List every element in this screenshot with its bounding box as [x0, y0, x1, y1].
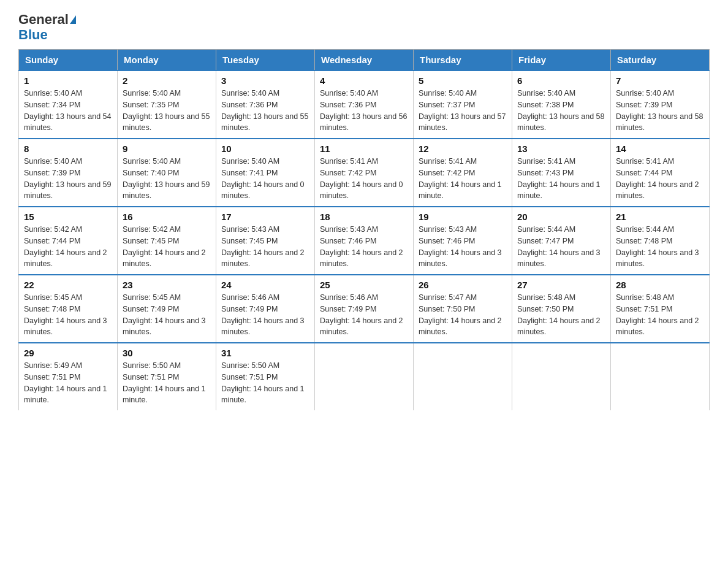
empty-cell — [414, 343, 512, 410]
weekday-header-sunday: Sunday — [19, 50, 118, 71]
weekday-header-wednesday: Wednesday — [315, 50, 414, 71]
week-row-1: 1 Sunrise: 5:40 AMSunset: 7:34 PMDayligh… — [19, 71, 710, 139]
logo-triangle-icon — [70, 15, 76, 24]
day-info: Sunrise: 5:46 AMSunset: 7:49 PMDaylight:… — [320, 293, 403, 336]
day-info: Sunrise: 5:46 AMSunset: 7:49 PMDaylight:… — [221, 293, 305, 336]
empty-cell — [611, 343, 710, 410]
day-info: Sunrise: 5:41 AMSunset: 7:42 PMDaylight:… — [419, 157, 502, 200]
day-number: 29 — [24, 348, 112, 358]
empty-cell — [315, 343, 414, 410]
day-info: Sunrise: 5:40 AMSunset: 7:35 PMDaylight:… — [123, 89, 210, 132]
day-cell-29: 29 Sunrise: 5:49 AMSunset: 7:51 PMDaylig… — [19, 343, 118, 410]
logo: General Blue — [18, 12, 76, 43]
day-number: 17 — [221, 212, 309, 222]
day-cell-6: 6 Sunrise: 5:40 AMSunset: 7:38 PMDayligh… — [512, 71, 611, 139]
day-info: Sunrise: 5:43 AMSunset: 7:46 PMDaylight:… — [419, 225, 502, 268]
day-cell-24: 24 Sunrise: 5:46 AMSunset: 7:49 PMDaylig… — [216, 275, 315, 343]
day-number: 16 — [123, 212, 211, 222]
weekday-header-row: SundayMondayTuesdayWednesdayThursdayFrid… — [19, 50, 710, 71]
week-row-2: 8 Sunrise: 5:40 AMSunset: 7:39 PMDayligh… — [19, 139, 710, 207]
day-number: 7 — [616, 75, 704, 86]
weekday-header-saturday: Saturday — [611, 50, 710, 71]
day-number: 11 — [320, 144, 408, 154]
day-cell-9: 9 Sunrise: 5:40 AMSunset: 7:40 PMDayligh… — [118, 139, 216, 207]
day-cell-19: 19 Sunrise: 5:43 AMSunset: 7:46 PMDaylig… — [414, 207, 512, 275]
day-cell-16: 16 Sunrise: 5:42 AMSunset: 7:45 PMDaylig… — [118, 207, 216, 275]
day-number: 12 — [419, 144, 507, 154]
day-info: Sunrise: 5:40 AMSunset: 7:34 PMDaylight:… — [24, 89, 111, 132]
day-number: 9 — [123, 144, 211, 154]
day-info: Sunrise: 5:40 AMSunset: 7:39 PMDaylight:… — [24, 157, 111, 200]
day-cell-1: 1 Sunrise: 5:40 AMSunset: 7:34 PMDayligh… — [19, 71, 118, 139]
day-number: 14 — [616, 144, 704, 154]
day-info: Sunrise: 5:42 AMSunset: 7:44 PMDaylight:… — [24, 225, 107, 268]
day-info: Sunrise: 5:40 AMSunset: 7:36 PMDaylight:… — [320, 89, 407, 132]
day-info: Sunrise: 5:40 AMSunset: 7:36 PMDaylight:… — [221, 89, 308, 132]
day-cell-11: 11 Sunrise: 5:41 AMSunset: 7:42 PMDaylig… — [315, 139, 414, 207]
day-number: 2 — [123, 75, 211, 86]
week-row-4: 22 Sunrise: 5:45 AMSunset: 7:48 PMDaylig… — [19, 275, 710, 343]
day-cell-10: 10 Sunrise: 5:40 AMSunset: 7:41 PMDaylig… — [216, 139, 315, 207]
day-cell-26: 26 Sunrise: 5:47 AMSunset: 7:50 PMDaylig… — [414, 275, 512, 343]
day-cell-15: 15 Sunrise: 5:42 AMSunset: 7:44 PMDaylig… — [19, 207, 118, 275]
day-cell-2: 2 Sunrise: 5:40 AMSunset: 7:35 PMDayligh… — [118, 71, 216, 139]
day-info: Sunrise: 5:48 AMSunset: 7:50 PMDaylight:… — [517, 293, 601, 336]
day-number: 8 — [24, 144, 112, 154]
day-info: Sunrise: 5:40 AMSunset: 7:39 PMDaylight:… — [616, 89, 703, 132]
calendar-table: SundayMondayTuesdayWednesdayThursdayFrid… — [18, 49, 710, 410]
day-cell-8: 8 Sunrise: 5:40 AMSunset: 7:39 PMDayligh… — [19, 139, 118, 207]
day-cell-7: 7 Sunrise: 5:40 AMSunset: 7:39 PMDayligh… — [611, 71, 710, 139]
day-cell-3: 3 Sunrise: 5:40 AMSunset: 7:36 PMDayligh… — [216, 71, 315, 139]
day-info: Sunrise: 5:49 AMSunset: 7:51 PMDaylight:… — [24, 361, 107, 404]
day-info: Sunrise: 5:48 AMSunset: 7:51 PMDaylight:… — [616, 293, 699, 336]
logo-blue-text: Blue — [18, 27, 48, 43]
day-number: 10 — [221, 144, 309, 154]
weekday-header-monday: Monday — [118, 50, 216, 71]
day-info: Sunrise: 5:40 AMSunset: 7:40 PMDaylight:… — [123, 157, 210, 200]
day-number: 15 — [24, 212, 112, 222]
day-number: 28 — [616, 280, 704, 290]
logo-general-text: General — [18, 12, 69, 27]
day-info: Sunrise: 5:42 AMSunset: 7:45 PMDaylight:… — [123, 225, 206, 268]
page-header: General Blue — [18, 12, 710, 43]
empty-cell — [512, 343, 611, 410]
day-info: Sunrise: 5:43 AMSunset: 7:45 PMDaylight:… — [221, 225, 305, 268]
day-info: Sunrise: 5:40 AMSunset: 7:38 PMDaylight:… — [517, 89, 604, 132]
day-info: Sunrise: 5:44 AMSunset: 7:48 PMDaylight:… — [616, 225, 699, 268]
day-cell-14: 14 Sunrise: 5:41 AMSunset: 7:44 PMDaylig… — [611, 139, 710, 207]
day-info: Sunrise: 5:45 AMSunset: 7:48 PMDaylight:… — [24, 293, 107, 336]
day-number: 27 — [517, 280, 605, 290]
weekday-header-friday: Friday — [512, 50, 611, 71]
day-cell-13: 13 Sunrise: 5:41 AMSunset: 7:43 PMDaylig… — [512, 139, 611, 207]
weekday-header-tuesday: Tuesday — [216, 50, 315, 71]
day-cell-23: 23 Sunrise: 5:45 AMSunset: 7:49 PMDaylig… — [118, 275, 216, 343]
day-info: Sunrise: 5:50 AMSunset: 7:51 PMDaylight:… — [123, 361, 206, 404]
day-cell-27: 27 Sunrise: 5:48 AMSunset: 7:50 PMDaylig… — [512, 275, 611, 343]
day-info: Sunrise: 5:41 AMSunset: 7:43 PMDaylight:… — [517, 157, 601, 200]
week-row-3: 15 Sunrise: 5:42 AMSunset: 7:44 PMDaylig… — [19, 207, 710, 275]
day-cell-31: 31 Sunrise: 5:50 AMSunset: 7:51 PMDaylig… — [216, 343, 315, 410]
day-info: Sunrise: 5:43 AMSunset: 7:46 PMDaylight:… — [320, 225, 403, 268]
day-info: Sunrise: 5:44 AMSunset: 7:47 PMDaylight:… — [517, 225, 601, 268]
day-cell-17: 17 Sunrise: 5:43 AMSunset: 7:45 PMDaylig… — [216, 207, 315, 275]
day-cell-21: 21 Sunrise: 5:44 AMSunset: 7:48 PMDaylig… — [611, 207, 710, 275]
weekday-header-thursday: Thursday — [414, 50, 512, 71]
day-cell-18: 18 Sunrise: 5:43 AMSunset: 7:46 PMDaylig… — [315, 207, 414, 275]
day-number: 20 — [517, 212, 605, 222]
day-number: 18 — [320, 212, 408, 222]
day-info: Sunrise: 5:41 AMSunset: 7:44 PMDaylight:… — [616, 157, 699, 200]
day-cell-5: 5 Sunrise: 5:40 AMSunset: 7:37 PMDayligh… — [414, 71, 512, 139]
day-info: Sunrise: 5:50 AMSunset: 7:51 PMDaylight:… — [221, 361, 305, 404]
day-info: Sunrise: 5:40 AMSunset: 7:41 PMDaylight:… — [221, 157, 305, 200]
day-cell-30: 30 Sunrise: 5:50 AMSunset: 7:51 PMDaylig… — [118, 343, 216, 410]
day-info: Sunrise: 5:40 AMSunset: 7:37 PMDaylight:… — [419, 89, 506, 132]
day-number: 26 — [419, 280, 507, 290]
day-cell-4: 4 Sunrise: 5:40 AMSunset: 7:36 PMDayligh… — [315, 71, 414, 139]
day-number: 13 — [517, 144, 605, 154]
day-number: 1 — [24, 75, 112, 86]
day-info: Sunrise: 5:45 AMSunset: 7:49 PMDaylight:… — [123, 293, 206, 336]
day-number: 19 — [419, 212, 507, 222]
day-number: 25 — [320, 280, 408, 290]
day-cell-28: 28 Sunrise: 5:48 AMSunset: 7:51 PMDaylig… — [611, 275, 710, 343]
day-cell-25: 25 Sunrise: 5:46 AMSunset: 7:49 PMDaylig… — [315, 275, 414, 343]
